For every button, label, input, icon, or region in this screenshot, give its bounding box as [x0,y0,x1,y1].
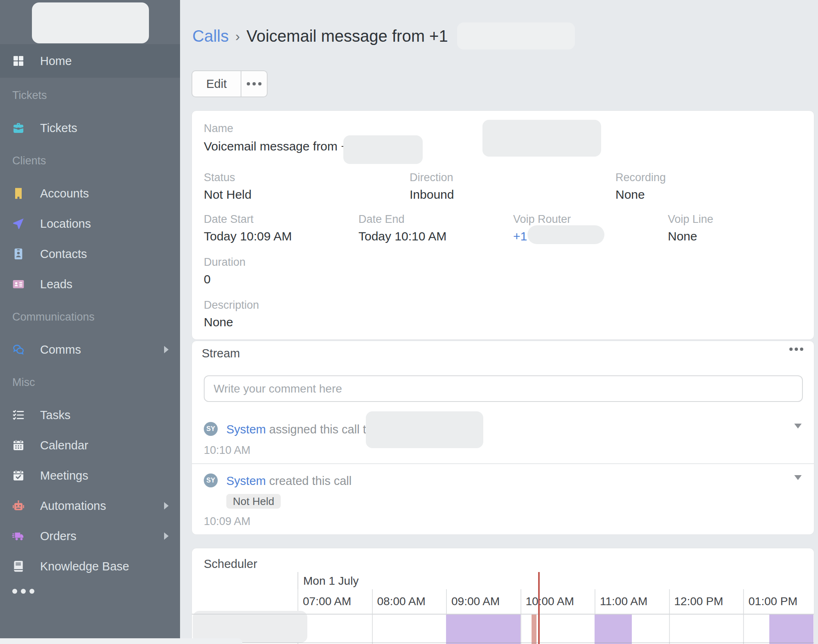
status-label: Status [204,171,235,184]
sidebar-item-meetings[interactable]: Meetings [0,460,180,491]
sidebar-item-label: Calendar [40,439,88,452]
breadcrumb-separator: › [235,28,240,44]
date-tick [297,572,298,589]
name-value: Voicemail message from +1 [204,139,355,153]
recording-label: Recording [615,171,666,184]
grid-line [192,614,814,615]
sidebar-item-label: Orders [40,530,77,543]
breadcrumb-calls-link[interactable]: Calls [192,27,229,45]
chat-bubbles-icon [11,343,25,357]
sidebar-section-misc: Misc [0,365,180,400]
calendar-icon [11,438,25,452]
hour-tick [521,589,521,644]
voip-line-label: Voip Line [668,213,713,226]
stream-title: Stream [202,347,240,360]
sidebar-item-leads[interactable]: Leads [0,269,180,299]
collapse-caret-icon[interactable] [794,424,802,429]
current-time-line [538,572,540,644]
sidebar-more-button[interactable] [0,589,180,594]
app-window: Home Tickets Tickets Clients Accounts [0,0,818,644]
call-details-card: Name Voicemail message from +1 Status No… [192,110,814,340]
home-grid-icon [11,54,25,68]
sidebar-item-calendar[interactable]: Calendar [0,430,180,460]
chevron-right-icon [164,346,169,353]
hour-label: 10:00 AM [526,595,574,608]
sidebar-item-label: Tasks [40,408,70,422]
sidebar-item-knowledge-base[interactable]: Knowledge Base [0,551,180,581]
call-event-block[interactable] [532,614,537,644]
sidebar-item-label: Locations [40,217,91,231]
sidebar-item-label: Tickets [40,121,77,135]
description-label: Description [204,299,259,312]
scheduler-card: Scheduler Mon 1 July 07:00 AM08:00 AM09:… [192,548,814,644]
date-end-label: Date End [358,213,405,226]
sidebar-item-comms[interactable]: Comms [0,334,180,365]
sidebar-item-orders[interactable]: Orders [0,521,180,551]
briefcase-icon [11,121,25,135]
stream-entry-time: 10:09 AM [204,515,250,528]
date-start-value: Today 10:09 AM [204,229,292,243]
sidebar-item-accounts[interactable]: Accounts [0,178,180,209]
duration-label: Duration [204,256,246,269]
sidebar-item-locations[interactable]: Locations [0,209,180,239]
divider [192,463,814,464]
navigation-arrow-icon [11,217,25,231]
hour-tick [372,589,373,644]
hour-label: 11:00 AM [600,595,647,608]
stream-entry-text: System created this call [226,474,352,488]
redacted-logo [32,2,149,43]
sidebar-item-home[interactable]: Home [0,44,180,78]
breadcrumb: Calls › Voicemail message from +1 [192,22,575,49]
hour-tick [743,589,744,644]
hour-label: 08:00 AM [377,595,426,608]
voip-router-label: Voip Router [513,213,571,226]
busy-event-block[interactable] [595,614,632,644]
stream-more-button[interactable] [789,348,803,351]
sidebar-item-tasks[interactable]: Tasks [0,400,180,430]
description-value: None [204,315,233,329]
actor-link[interactable]: System [226,474,266,487]
busy-event-block[interactable] [446,614,521,644]
sidebar-item-label: Automations [40,499,106,513]
grid-line [192,642,814,643]
sidebar-section-tickets: Tickets [0,78,180,113]
scheduler-timeline: Mon 1 July 07:00 AM08:00 AM09:00 AM10:00… [192,569,814,644]
browser-status-bar [0,638,242,644]
comment-input[interactable] [204,375,803,402]
sidebar-item-automations[interactable]: Automations [0,491,180,521]
sidebar-item-tickets[interactable]: Tickets [0,113,180,143]
redacted-voip-number [527,225,604,244]
voip-router-link[interactable]: +1 [513,229,527,243]
sidebar-item-label: Knowledge Base [40,560,129,573]
collapse-caret-icon[interactable] [794,475,802,480]
hour-tick [669,589,670,644]
book-icon [11,559,25,573]
stream-card: Stream SY System assigned this call to 1… [192,341,814,535]
contact-card-icon [11,277,25,291]
edit-button[interactable]: Edit [192,71,241,96]
task-list-icon [11,408,25,422]
date-end-value: Today 10:10 AM [358,229,446,243]
hour-label: 09:00 AM [451,595,500,608]
status-value: Not Held [204,188,252,202]
redacted-name-phone [343,135,423,164]
avatar: SY [204,473,218,487]
avatar: SY [204,422,218,436]
calendar-check-icon [11,469,25,482]
status-badge: Not Held [226,494,281,509]
ellipsis-icon [247,82,261,85]
actor-link[interactable]: System [226,423,266,436]
sidebar-item-label: Leads [40,278,72,291]
sidebar-item-contacts[interactable]: Contacts [0,239,180,269]
more-actions-button[interactable] [241,71,267,96]
sidebar-section-communications: Communications [0,299,180,334]
busy-event-block[interactable] [769,614,814,644]
hour-label: 12:00 PM [674,595,723,608]
redacted-phone-number [457,22,575,49]
robot-icon [11,499,25,513]
date-start-label: Date Start [204,213,254,226]
sidebar-item-label: Meetings [40,469,88,482]
building-icon [11,186,25,200]
hour-label: 07:00 AM [303,595,351,608]
voip-router-value: +1 [513,229,527,243]
